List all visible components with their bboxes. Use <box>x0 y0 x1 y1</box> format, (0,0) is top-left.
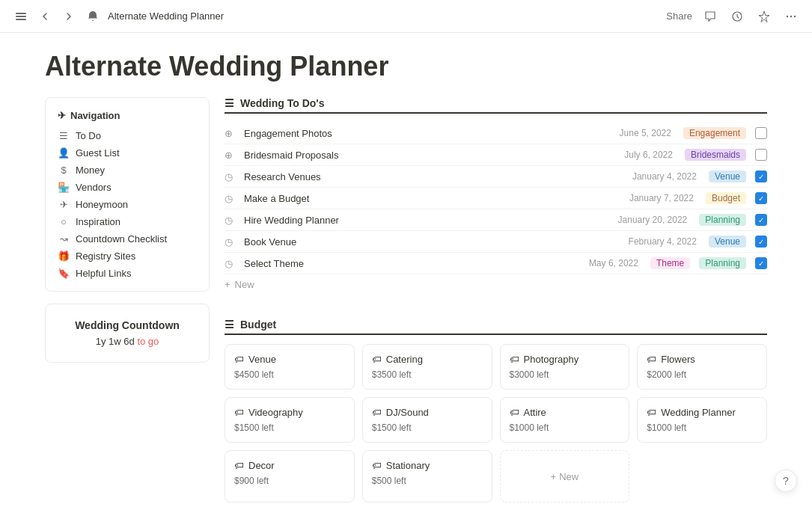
tag-icon: 🏷 <box>647 354 656 365</box>
menu-icon[interactable] <box>12 7 30 25</box>
star-icon[interactable] <box>755 7 773 25</box>
sidebar-item-inspiration[interactable]: ○ Inspiration <box>46 213 209 230</box>
table-row[interactable]: ◷ Book Venue February 4, 2022 Venue ✓ <box>225 231 767 253</box>
budget-grid: 🏷 Venue $4500 left 🏷 Catering $3500 left <box>225 344 767 503</box>
budget-card-venue[interactable]: 🏷 Venue $4500 left <box>225 344 355 390</box>
countdown-box: Wedding Countdown 1y 1w 6d to go <box>45 304 210 363</box>
clock-circle-icon: ◷ <box>225 215 238 226</box>
tag-icon: 🏷 <box>234 407 244 418</box>
svg-rect-2 <box>16 19 26 20</box>
table-row[interactable]: ⊕ Bridesmaid Proposals July 6, 2022 Brid… <box>225 144 767 166</box>
svg-rect-0 <box>16 13 26 14</box>
todo-icon: ☰ <box>58 130 70 141</box>
todo-checkbox-1[interactable] <box>755 149 767 161</box>
tag-planning: Planning <box>699 257 746 269</box>
sidebar-item-todo[interactable]: ☰ To Do <box>46 127 209 144</box>
budget-section-icon: ☰ <box>225 319 234 331</box>
page-title: Alternate Wedding Planner <box>45 33 767 97</box>
budget-card-decor[interactable]: 🏷 Decor $900 left <box>225 450 355 503</box>
todo-checkbox-6[interactable]: ✓ <box>755 257 767 269</box>
nav-section-title: ✈ Navigation <box>46 107 209 127</box>
nav-box: ✈ Navigation ☰ To Do 👤 Guest List $ Mone… <box>45 97 210 292</box>
budget-card-catering[interactable]: 🏷 Catering $3500 left <box>362 344 492 390</box>
countdown-title: Wedding Countdown <box>58 319 197 331</box>
topbar-title: Alternate Wedding Planner <box>108 10 224 22</box>
svg-rect-1 <box>16 16 26 17</box>
tag-icon: 🏷 <box>234 354 244 365</box>
table-row[interactable]: ◷ Hire Wedding Planner January 20, 2022 … <box>225 209 767 231</box>
tag-icon: 🏷 <box>372 407 382 418</box>
registry-icon: 🎁 <box>58 251 70 262</box>
more-icon[interactable] <box>782 7 800 25</box>
share-button[interactable]: Share <box>666 10 692 22</box>
table-row[interactable]: ◷ Select Theme May 6, 2022 Theme Plannin… <box>225 253 767 274</box>
tag-venue: Venue <box>709 170 746 182</box>
clock-circle-icon: ◷ <box>225 236 238 248</box>
budget-card-videography[interactable]: 🏷 Videography $1500 left <box>225 397 355 443</box>
clock-circle-icon: ◷ <box>225 171 238 182</box>
money-icon: $ <box>58 165 70 176</box>
budget-card-photography[interactable]: 🏷 Photography $3000 left <box>500 344 630 390</box>
budget-card-stationary[interactable]: 🏷 Stationary $500 left <box>362 450 492 503</box>
sidebar-item-honeymoon[interactable]: ✈ Honeymoon <box>46 196 209 213</box>
forward-icon[interactable] <box>60 7 78 25</box>
two-col-layout: ✈ Navigation ☰ To Do 👤 Guest List $ Mone… <box>45 97 767 507</box>
sidebar-item-guest-list[interactable]: 👤 Guest List <box>46 144 209 162</box>
budget-card-flowers[interactable]: 🏷 Flowers $2000 left <box>637 344 767 390</box>
todo-checkbox-3[interactable]: ✓ <box>755 192 767 204</box>
countdown-time: 1y 1w 6d to go <box>58 336 197 347</box>
topbar-right: Share <box>666 7 800 25</box>
todo-section: ☰ Wedding To Do's ⊕ Engagement Photos Ju… <box>225 97 767 295</box>
sidebar-item-money[interactable]: $ Money <box>46 162 209 179</box>
plus-icon: + <box>225 279 231 290</box>
sidebar-item-links[interactable]: 🔖 Helpful Links <box>46 265 209 282</box>
guest-icon: 👤 <box>58 147 70 159</box>
bell-icon[interactable] <box>84 7 102 25</box>
tag-icon: 🏷 <box>510 354 519 365</box>
clock-circle-icon: ◷ <box>225 258 238 269</box>
add-circle-icon: ⊕ <box>225 150 238 161</box>
budget-card-new[interactable]: + New <box>500 450 630 503</box>
tag-icon: 🏷 <box>510 407 519 418</box>
vendors-icon: 🏪 <box>58 182 70 193</box>
tag-icon: 🏷 <box>647 407 656 418</box>
tag-icon: 🏷 <box>372 460 382 471</box>
sidebar-item-registry[interactable]: 🎁 Registry Sites <box>46 248 209 265</box>
right-content: ☰ Wedding To Do's ⊕ Engagement Photos Ju… <box>225 97 767 507</box>
tag-engagement: Engagement <box>683 127 746 139</box>
todo-checkbox-2[interactable]: ✓ <box>755 170 767 182</box>
table-row[interactable]: ◷ Make a Budget January 7, 2022 Budget ✓ <box>225 188 767 209</box>
todo-checkbox-0[interactable] <box>755 127 767 139</box>
budget-card-djsound[interactable]: 🏷 DJ/Sound $1500 left <box>362 397 492 443</box>
budget-card-attire[interactable]: 🏷 Attire $1000 left <box>500 397 630 443</box>
table-row[interactable]: ⊕ Engagement Photos June 5, 2022 Engagem… <box>225 123 767 144</box>
todo-checkbox-5[interactable]: ✓ <box>755 236 767 248</box>
main-content: Alternate Wedding Planner ✈ Navigation ☰… <box>0 33 812 507</box>
tag-theme: Theme <box>650 257 690 269</box>
back-icon[interactable] <box>36 7 54 25</box>
nav-arrow-icon: ✈ <box>58 110 66 121</box>
honeymoon-icon: ✈ <box>58 199 70 210</box>
todo-section-icon: ☰ <box>225 97 234 109</box>
tag-icon: 🏷 <box>234 460 244 471</box>
todo-new-row[interactable]: + New <box>225 274 767 295</box>
tag-planning: Planning <box>699 214 746 226</box>
topbar-left: Alternate Wedding Planner <box>12 7 224 25</box>
countdown-icon: ↝ <box>58 233 70 245</box>
sidebar-item-vendors[interactable]: 🏪 Vendors <box>46 179 209 196</box>
tag-venue: Venue <box>709 236 746 248</box>
table-row[interactable]: ◷ Research Venues January 4, 2022 Venue … <box>225 166 767 188</box>
topbar: Alternate Wedding Planner Share <box>0 0 812 33</box>
tag-icon: 🏷 <box>372 354 382 365</box>
comment-icon[interactable] <box>701 7 719 25</box>
svg-point-4 <box>787 15 788 16</box>
tag-budget: Budget <box>706 192 746 204</box>
new-plus-icon: + <box>551 471 557 482</box>
inspiration-icon: ○ <box>58 216 70 227</box>
help-button[interactable]: ? <box>775 470 797 492</box>
svg-point-6 <box>794 15 796 16</box>
clock-icon[interactable] <box>728 7 746 25</box>
budget-card-wedding-planner[interactable]: 🏷 Wedding Planner $1000 left <box>637 397 767 443</box>
sidebar-item-countdown[interactable]: ↝ Countdown Checklist <box>46 230 209 248</box>
todo-checkbox-4[interactable]: ✓ <box>755 214 767 226</box>
